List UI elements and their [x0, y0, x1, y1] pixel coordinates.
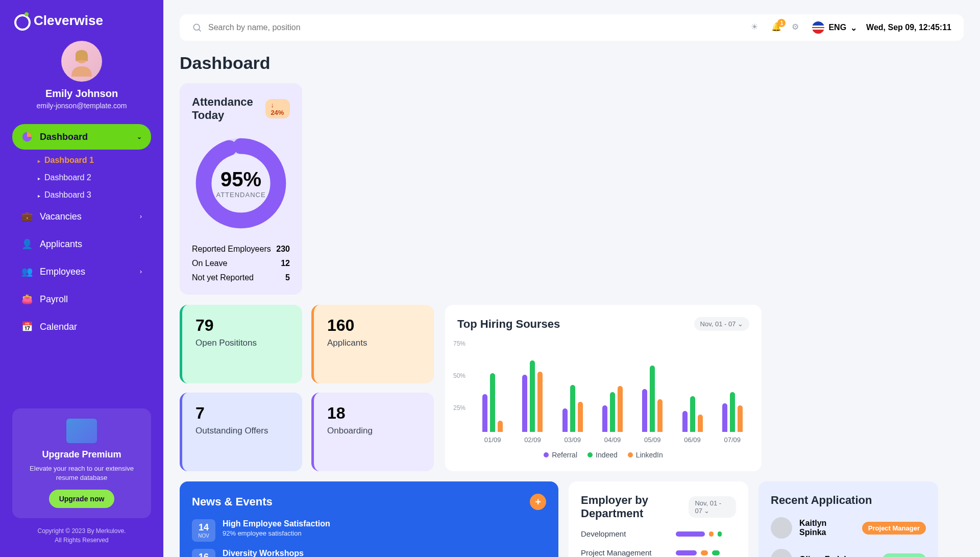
nav-vacancies[interactable]: 💼 Vacancies › [12, 204, 151, 229]
brand-name: Cleverwise [34, 13, 103, 29]
stat-value: 7 [195, 404, 289, 423]
stat-value: 18 [327, 404, 421, 423]
application-row[interactable]: Oliver FadelQA Tester [771, 549, 926, 557]
stat-label: Onboarding [327, 426, 421, 436]
bar-chart [476, 340, 749, 432]
nav-sub-dashboard2[interactable]: Dashboard 2 [12, 169, 151, 186]
hiring-sources-card: Top Hiring Sourses Nov, 01 - 07 ⌄ 75% 50… [445, 305, 762, 471]
chevron-down-icon: ⌄ [137, 133, 142, 140]
card-title: Top Hiring Sourses [457, 318, 560, 331]
nav-label: Employees [40, 267, 85, 277]
datetime: Wed, Sep 09, 12:45:11 [866, 23, 951, 32]
change-badge: ↓ 24% [265, 99, 290, 118]
card-title: Recent Application [771, 494, 926, 507]
stat-applicants[interactable]: 160 Applicants [311, 305, 434, 383]
news-item[interactable]: 16NOVDiversity WorkshopsInteractive dive… [192, 549, 546, 557]
user-avatar[interactable] [61, 41, 102, 82]
svg-point-2 [193, 24, 200, 30]
y-axis: 75% 50% 25% [453, 340, 465, 411]
card-title: News & Events [192, 495, 273, 508]
nav-label: Dashboard [40, 132, 88, 142]
avatar-icon [771, 517, 792, 539]
person-icon: 👤 [21, 238, 33, 250]
stat-onboarding[interactable]: 18 Onboarding [311, 393, 434, 471]
stat-label: Outstanding Offers [195, 426, 289, 436]
search-wrap [192, 22, 742, 33]
nav-label: Calendar [40, 322, 77, 332]
hbar-row: Project Management [581, 548, 736, 557]
att-row: Reported Employeers230 [192, 245, 290, 254]
stat-label: Open Posititons [195, 338, 289, 348]
brand-logo[interactable]: Cleverwise [12, 12, 151, 29]
page-title: Dashboard [180, 53, 964, 73]
application-row[interactable]: Kaitlyn SpinkaProject Manager [771, 517, 926, 539]
pie-icon [21, 131, 33, 142]
briefcase-icon: 💼 [21, 211, 33, 222]
nav-applicants[interactable]: 👤 Applicants [12, 231, 151, 257]
department-card: Employer by Department Nov, 01 - 07 ⌄ De… [569, 481, 748, 557]
people-icon: 👥 [21, 266, 33, 277]
date-range-selector[interactable]: Nov, 01 - 07 ⌄ [689, 496, 736, 518]
svg-line-3 [199, 29, 201, 31]
attendance-card: Attendance Today ↓ 24% 95% ATTENDANCE Re… [180, 83, 302, 295]
sidebar: Cleverwise Emily Johnson emily-jonson@te… [0, 0, 163, 557]
chevron-right-icon: › [140, 213, 142, 220]
role-tag: QA Tester [883, 553, 926, 558]
upgrade-button[interactable]: Upgrade now [49, 490, 115, 508]
copyright-line: Copyright © 2023 By Merkulove. [12, 526, 151, 536]
stat-value: 160 [327, 316, 421, 335]
stat-offers[interactable]: 7 Outstanding Offers [180, 393, 302, 471]
nav-sub-dashboard1[interactable]: Dashboard 1 [12, 152, 151, 169]
stat-label: Applicants [327, 338, 421, 348]
nav-label: Applicants [40, 239, 82, 250]
topbar: ☀ 🔔1 ⚙ ENG ⌄ Wed, Sep 09, 12:45:11 [180, 14, 964, 41]
lang-label: ENG [828, 23, 846, 32]
logo-icon [12, 12, 29, 29]
upgrade-desc: Elevate your reach to our extensive resu… [22, 464, 141, 482]
card-title: Employer by Department [581, 494, 689, 520]
nav-dashboard[interactable]: Dashboard ⌄ [12, 124, 151, 150]
copyright: Copyright © 2023 By Merkulove. All Right… [12, 526, 151, 545]
att-row: On Leave12 [192, 259, 290, 268]
chevron-down-icon: ⌄ [850, 23, 857, 33]
add-news-button[interactable]: + [530, 494, 546, 510]
notifications-icon[interactable]: 🔔1 [771, 22, 782, 33]
wallet-icon: 👛 [21, 294, 33, 305]
date-range-selector[interactable]: Nov, 01 - 07 ⌄ [694, 317, 749, 331]
settings-icon[interactable]: ⚙ [792, 22, 803, 33]
nav-sub-dashboard3[interactable]: Dashboard 3 [12, 186, 151, 204]
nav-label: Payroll [40, 294, 68, 305]
upgrade-title: Upgrade Premium [22, 449, 141, 460]
card-title: Attendance Today [192, 95, 265, 122]
language-selector[interactable]: ENG ⌄ [812, 21, 857, 34]
hbar-row: Development [581, 529, 736, 538]
recent-applications-card: Recent Application Kaitlyn SpinkaProject… [758, 481, 938, 557]
stat-open-positions[interactable]: 79 Open Posititons [180, 305, 302, 383]
attendance-percent: 95% [216, 168, 265, 191]
upgrade-panel: Upgrade Premium Elevate your reach to ou… [12, 408, 151, 518]
nav-calendar[interactable]: 📅 Calendar [12, 314, 151, 340]
user-name: Emily Johnson [12, 88, 151, 100]
avatar-icon [771, 549, 792, 557]
stat-value: 79 [195, 316, 289, 335]
calendar-icon: 📅 [21, 321, 33, 332]
notif-badge: 1 [777, 19, 786, 27]
search-input[interactable] [208, 23, 742, 32]
nav-payroll[interactable]: 👛 Payroll [12, 286, 151, 312]
folder-icon [66, 419, 97, 443]
news-item[interactable]: 14NOVHigh Employee Satisfaction92% emplo… [192, 519, 546, 542]
theme-toggle[interactable]: ☀ [751, 22, 762, 33]
nav-employees[interactable]: 👥 Employees › [12, 259, 151, 284]
news-events-card: News & Events + 14NOVHigh Employee Satis… [180, 481, 558, 557]
role-tag: Project Manager [862, 522, 926, 535]
donut-chart: 95% ATTENDANCE [192, 132, 290, 234]
news-date: 16NOV [192, 549, 215, 557]
att-row: Not yet Reported5 [192, 273, 290, 282]
copyright-line: All Rights Reserved [12, 536, 151, 545]
news-date: 14NOV [192, 519, 215, 542]
search-icon [192, 22, 202, 33]
avatar-icon [66, 46, 97, 77]
attendance-label: ATTENDANCE [216, 191, 265, 199]
user-email: emily-jonson@template.com [12, 102, 151, 110]
nav-label: Vacancies [40, 211, 82, 222]
